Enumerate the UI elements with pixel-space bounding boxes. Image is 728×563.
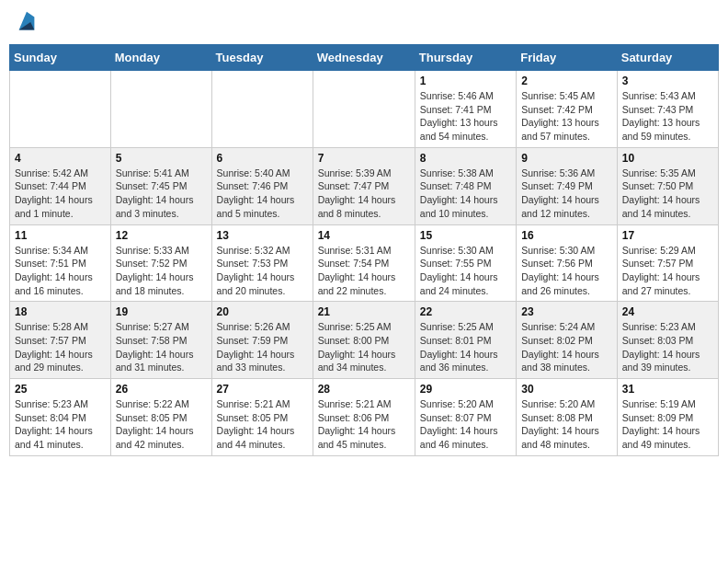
day-info: Sunrise: 5:22 AMSunset: 8:05 PMDaylight:…: [116, 397, 207, 452]
calendar-cell: [211, 71, 313, 148]
calendar-cell: 20Sunrise: 5:26 AMSunset: 7:59 PMDayligh…: [211, 302, 313, 379]
calendar-cell: 11Sunrise: 5:34 AMSunset: 7:51 PMDayligh…: [10, 224, 111, 302]
day-number: 30: [521, 383, 612, 396]
day-number: 12: [116, 229, 207, 242]
day-info: Sunrise: 5:41 AMSunset: 7:45 PMDaylight:…: [116, 167, 207, 221]
day-info: Sunrise: 5:23 AMSunset: 8:04 PMDaylight:…: [15, 397, 106, 452]
calendar-week-row: 1Sunrise: 5:46 AMSunset: 7:41 PMDaylight…: [10, 71, 719, 148]
day-number: 14: [318, 229, 410, 242]
day-info: Sunrise: 5:21 AMSunset: 8:06 PMDaylight:…: [318, 397, 410, 452]
calendar-cell: 23Sunrise: 5:24 AMSunset: 8:02 PMDayligh…: [517, 302, 618, 379]
day-info: Sunrise: 5:29 AMSunset: 7:57 PMDaylight:…: [622, 244, 713, 298]
day-info: Sunrise: 5:19 AMSunset: 8:09 PMDaylight:…: [622, 397, 713, 452]
day-info: Sunrise: 5:20 AMSunset: 8:07 PMDaylight:…: [420, 397, 511, 452]
calendar-cell: 7Sunrise: 5:39 AMSunset: 7:47 PMDaylight…: [313, 147, 415, 224]
day-number: 19: [116, 305, 207, 318]
calendar-day-header: Monday: [110, 45, 211, 71]
calendar-cell: 5Sunrise: 5:41 AMSunset: 7:45 PMDaylight…: [110, 147, 211, 224]
day-number: 17: [622, 229, 713, 242]
calendar-cell: 14Sunrise: 5:31 AMSunset: 7:54 PMDayligh…: [313, 224, 415, 302]
day-number: 25: [15, 383, 106, 396]
day-number: 15: [420, 229, 511, 242]
calendar-cell: [110, 71, 211, 148]
day-info: Sunrise: 5:25 AMSunset: 8:00 PMDaylight:…: [318, 320, 410, 374]
calendar-cell: 9Sunrise: 5:36 AMSunset: 7:49 PMDaylight…: [517, 147, 618, 224]
day-number: 18: [15, 305, 106, 318]
calendar-day-header: Thursday: [415, 45, 516, 71]
day-number: 20: [217, 305, 308, 318]
calendar-day-header: Saturday: [617, 45, 718, 71]
logo: [14, 9, 43, 35]
day-info: Sunrise: 5:33 AMSunset: 7:52 PMDaylight:…: [116, 244, 207, 298]
day-info: Sunrise: 5:30 AMSunset: 7:56 PMDaylight:…: [521, 244, 612, 298]
calendar-cell: [10, 71, 111, 148]
calendar-cell: 4Sunrise: 5:42 AMSunset: 7:44 PMDaylight…: [10, 147, 111, 224]
day-info: Sunrise: 5:25 AMSunset: 8:01 PMDaylight:…: [420, 320, 511, 374]
calendar-cell: 24Sunrise: 5:23 AMSunset: 8:03 PMDayligh…: [617, 302, 718, 379]
calendar-cell: 26Sunrise: 5:22 AMSunset: 8:05 PMDayligh…: [110, 379, 211, 456]
day-info: Sunrise: 5:24 AMSunset: 8:02 PMDaylight:…: [521, 320, 612, 374]
day-info: Sunrise: 5:40 AMSunset: 7:46 PMDaylight:…: [217, 167, 308, 221]
day-info: Sunrise: 5:27 AMSunset: 7:58 PMDaylight:…: [116, 320, 207, 374]
calendar-week-row: 25Sunrise: 5:23 AMSunset: 8:04 PMDayligh…: [10, 379, 719, 456]
day-number: 24: [622, 305, 713, 318]
day-info: Sunrise: 5:34 AMSunset: 7:51 PMDaylight:…: [15, 244, 106, 298]
day-info: Sunrise: 5:46 AMSunset: 7:41 PMDaylight:…: [420, 89, 511, 144]
day-info: Sunrise: 5:30 AMSunset: 7:55 PMDaylight:…: [420, 244, 511, 298]
day-number: 8: [420, 152, 511, 165]
day-number: 23: [521, 305, 612, 318]
calendar-table: SundayMondayTuesdayWednesdayThursdayFrid…: [9, 44, 719, 456]
calendar-cell: 18Sunrise: 5:28 AMSunset: 7:57 PMDayligh…: [10, 302, 111, 379]
day-number: 3: [622, 75, 713, 87]
calendar-cell: 16Sunrise: 5:30 AMSunset: 7:56 PMDayligh…: [517, 224, 618, 302]
day-info: Sunrise: 5:20 AMSunset: 8:08 PMDaylight:…: [521, 397, 612, 452]
day-number: 10: [622, 152, 713, 165]
day-info: Sunrise: 5:31 AMSunset: 7:54 PMDaylight:…: [318, 244, 410, 298]
calendar-cell: 13Sunrise: 5:32 AMSunset: 7:53 PMDayligh…: [211, 224, 313, 302]
calendar-cell: 30Sunrise: 5:20 AMSunset: 8:08 PMDayligh…: [517, 379, 618, 456]
day-number: 6: [217, 152, 308, 165]
calendar-cell: 28Sunrise: 5:21 AMSunset: 8:06 PMDayligh…: [313, 379, 415, 456]
calendar-header-row: SundayMondayTuesdayWednesdayThursdayFrid…: [10, 45, 719, 71]
day-number: 21: [318, 305, 410, 318]
day-number: 9: [521, 152, 612, 165]
logo-icon: [14, 9, 40, 35]
calendar-cell: 17Sunrise: 5:29 AMSunset: 7:57 PMDayligh…: [617, 224, 718, 302]
day-info: Sunrise: 5:39 AMSunset: 7:47 PMDaylight:…: [318, 167, 410, 221]
day-info: Sunrise: 5:45 AMSunset: 7:42 PMDaylight:…: [521, 89, 612, 144]
day-number: 11: [15, 229, 106, 242]
day-info: Sunrise: 5:23 AMSunset: 8:03 PMDaylight:…: [622, 320, 713, 374]
day-number: 29: [420, 383, 511, 396]
day-info: Sunrise: 5:21 AMSunset: 8:05 PMDaylight:…: [217, 397, 308, 452]
calendar-day-header: Sunday: [10, 45, 111, 71]
day-number: 22: [420, 305, 511, 318]
day-number: 26: [116, 383, 207, 396]
page-header: [9, 9, 719, 35]
day-info: Sunrise: 5:38 AMSunset: 7:48 PMDaylight:…: [420, 167, 511, 221]
calendar-cell: 22Sunrise: 5:25 AMSunset: 8:01 PMDayligh…: [415, 302, 516, 379]
calendar-cell: 1Sunrise: 5:46 AMSunset: 7:41 PMDaylight…: [415, 71, 516, 148]
day-number: 27: [217, 383, 308, 396]
day-info: Sunrise: 5:26 AMSunset: 7:59 PMDaylight:…: [217, 320, 308, 374]
calendar-day-header: Tuesday: [211, 45, 313, 71]
calendar-cell: 8Sunrise: 5:38 AMSunset: 7:48 PMDaylight…: [415, 147, 516, 224]
day-info: Sunrise: 5:42 AMSunset: 7:44 PMDaylight:…: [15, 167, 106, 221]
calendar-cell: 25Sunrise: 5:23 AMSunset: 8:04 PMDayligh…: [10, 379, 111, 456]
day-info: Sunrise: 5:35 AMSunset: 7:50 PMDaylight:…: [622, 167, 713, 221]
calendar-cell: 31Sunrise: 5:19 AMSunset: 8:09 PMDayligh…: [617, 379, 718, 456]
calendar-cell: 15Sunrise: 5:30 AMSunset: 7:55 PMDayligh…: [415, 224, 516, 302]
day-info: Sunrise: 5:36 AMSunset: 7:49 PMDaylight:…: [521, 167, 612, 221]
calendar-cell: 10Sunrise: 5:35 AMSunset: 7:50 PMDayligh…: [617, 147, 718, 224]
calendar-cell: 19Sunrise: 5:27 AMSunset: 7:58 PMDayligh…: [110, 302, 211, 379]
day-number: 31: [622, 383, 713, 396]
calendar-cell: 6Sunrise: 5:40 AMSunset: 7:46 PMDaylight…: [211, 147, 313, 224]
calendar-cell: [313, 71, 415, 148]
day-info: Sunrise: 5:28 AMSunset: 7:57 PMDaylight:…: [15, 320, 106, 374]
day-number: 5: [116, 152, 207, 165]
day-number: 4: [15, 152, 106, 165]
day-number: 16: [521, 229, 612, 242]
calendar-week-row: 18Sunrise: 5:28 AMSunset: 7:57 PMDayligh…: [10, 302, 719, 379]
calendar-cell: 2Sunrise: 5:45 AMSunset: 7:42 PMDaylight…: [517, 71, 618, 148]
day-number: 13: [217, 229, 308, 242]
calendar-cell: 21Sunrise: 5:25 AMSunset: 8:00 PMDayligh…: [313, 302, 415, 379]
